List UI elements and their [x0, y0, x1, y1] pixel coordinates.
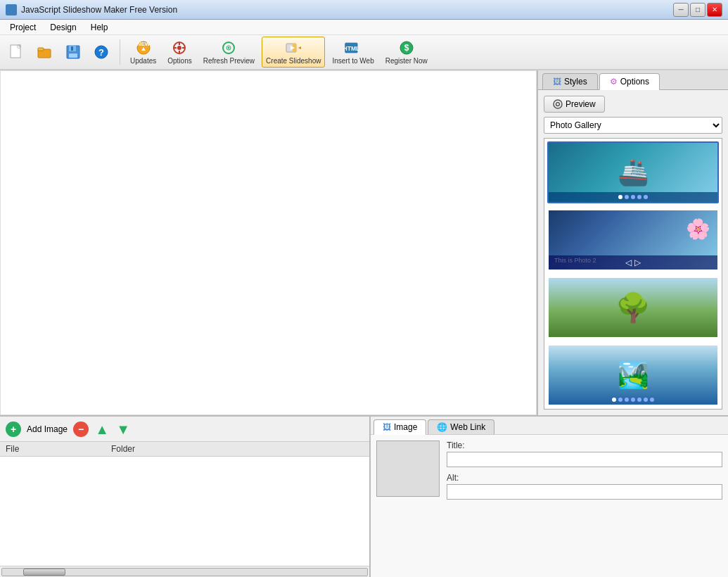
refresh-preview-icon: [220, 39, 237, 56]
options-label: Options: [167, 57, 191, 65]
thumb-image-1: [549, 143, 717, 202]
image-tab-label: Image: [394, 422, 417, 432]
minimize-button[interactable]: ─: [673, 3, 689, 17]
menu-design[interactable]: Design: [43, 21, 83, 34]
thumb-image-3: [549, 278, 717, 337]
menu-help[interactable]: Help: [84, 21, 115, 34]
thumb4-dot-4: [631, 398, 635, 402]
remove-image-button[interactable]: −: [73, 421, 89, 437]
svg-point-31: [554, 100, 562, 108]
register-button[interactable]: $ Register Now: [381, 37, 432, 68]
create-slideshow-label: Create Slideshow: [266, 57, 321, 65]
preview-button[interactable]: Preview: [544, 96, 605, 113]
thumb4-dot-3: [625, 398, 629, 402]
col-file-header: File: [6, 444, 111, 454]
add-image-icon: +: [6, 421, 21, 437]
image-hscrollbar[interactable]: [0, 566, 369, 577]
insert-web-icon: HTML: [345, 39, 362, 56]
styles-tab-label: Styles: [564, 77, 587, 87]
weblink-tab-label: Web Link: [450, 422, 485, 432]
image-scroll-area[interactable]: [0, 457, 369, 566]
thumb4-dot-2: [618, 398, 622, 402]
register-icon: $: [398, 39, 415, 56]
bottom-area: + Add Image − ▲ ▼ File Folder: [0, 415, 728, 577]
table-header: File Folder: [0, 442, 369, 457]
preview-canvas: [0, 70, 537, 415]
preview-pane: [0, 70, 538, 415]
alt-label: Alt:: [447, 473, 722, 483]
thumb4-dot-7: [650, 398, 654, 402]
style-thumbnail-2[interactable]: This is Photo 2 ◁ ▷: [547, 209, 719, 271]
prop-tab-image[interactable]: 🖼 Image: [373, 419, 426, 435]
updates-button[interactable]: NEW Updates: [126, 37, 160, 68]
insert-web-button[interactable]: HTML Insert to Web: [328, 37, 378, 68]
main-layout: 🖼 Styles ⚙ Options Preview: [0, 70, 728, 577]
title-bar: JavaScript Slideshow Maker Free Version …: [0, 0, 728, 20]
tab-options[interactable]: ⚙ Options: [599, 73, 660, 90]
menu-project[interactable]: Project: [3, 21, 43, 34]
open-folder-icon: [37, 44, 53, 61]
refresh-preview-label: Refresh Preview: [203, 57, 255, 65]
weblink-tab-icon: 🌐: [437, 422, 447, 432]
svg-rect-8: [71, 46, 73, 51]
register-label: Register Now: [385, 57, 428, 65]
options-tab-icon: ⚙: [610, 77, 618, 87]
close-button[interactable]: ✕: [707, 3, 722, 17]
image-tab-icon: 🖼: [383, 422, 391, 432]
help-icon: ?: [93, 44, 110, 61]
style-thumbnails-list: This is Photo 2 ◁ ▷: [544, 138, 722, 410]
prop-tab-weblink[interactable]: 🌐 Web Link: [428, 419, 494, 434]
svg-rect-7: [69, 53, 77, 58]
maximize-button[interactable]: □: [690, 3, 705, 17]
add-image-button[interactable]: Add Image: [27, 424, 68, 434]
col-folder-header: Folder: [111, 444, 364, 454]
alt-input[interactable]: [447, 484, 722, 500]
title-input[interactable]: [447, 452, 722, 467]
svg-text:?: ?: [98, 47, 104, 58]
style-dropdown[interactable]: Photo Gallery Simple Fade Zoom Slide Ken…: [544, 117, 722, 134]
options-tab-label: Options: [620, 77, 649, 87]
thumb4-dot-5: [637, 398, 641, 402]
nav-dot-4: [637, 195, 641, 199]
nav-dot-3: [631, 195, 635, 199]
refresh-preview-button[interactable]: Refresh Preview: [199, 37, 259, 68]
svg-point-15: [177, 46, 181, 50]
options-icon: [171, 39, 188, 56]
hscroll-thumb[interactable]: [23, 569, 65, 576]
move-down-button[interactable]: ▼: [115, 421, 131, 437]
properties-content: Title: Alt:: [371, 435, 728, 577]
image-preview-thumbnail: [376, 440, 440, 497]
svg-text:NEW: NEW: [136, 41, 150, 47]
nav-dot-5: [644, 195, 648, 199]
window-title: JavaScript Slideshow Maker Free Version: [21, 5, 673, 15]
style-thumbnail-4[interactable]: [547, 344, 719, 406]
updates-icon: NEW: [135, 39, 152, 56]
move-up-button[interactable]: ▲: [94, 421, 110, 437]
styles-tab-icon: 🖼: [553, 77, 561, 87]
image-table: File Folder: [0, 442, 369, 566]
thumb2-next: ▷: [634, 258, 641, 267]
app-icon: [6, 4, 17, 15]
nav-dot-1: [618, 195, 622, 199]
toolbar: ? NEW Updates Options: [0, 35, 728, 70]
open-button[interactable]: [32, 41, 58, 63]
tab-styles[interactable]: 🖼 Styles: [542, 73, 598, 89]
create-slideshow-icon: [285, 39, 302, 56]
window-controls: ─ □ ✕: [673, 3, 722, 17]
save-button[interactable]: [60, 41, 86, 63]
svg-point-22: [228, 47, 230, 49]
create-slideshow-button[interactable]: Create Slideshow: [262, 37, 325, 68]
style-thumbnail-1[interactable]: [547, 141, 719, 203]
options-button[interactable]: Options: [163, 37, 196, 68]
svg-text:$: $: [404, 43, 409, 53]
updates-label: Updates: [130, 57, 156, 65]
svg-point-32: [556, 103, 560, 106]
thumb2-prev: ◁: [625, 258, 632, 267]
style-thumbnail-3[interactable]: [547, 277, 719, 338]
new-button[interactable]: [4, 41, 30, 63]
svg-text:HTML: HTML: [345, 45, 359, 52]
help-button[interactable]: ?: [89, 41, 114, 63]
hscroll-track: [1, 568, 368, 576]
alt-field-row: Alt:: [447, 473, 722, 500]
svg-rect-4: [38, 48, 44, 51]
